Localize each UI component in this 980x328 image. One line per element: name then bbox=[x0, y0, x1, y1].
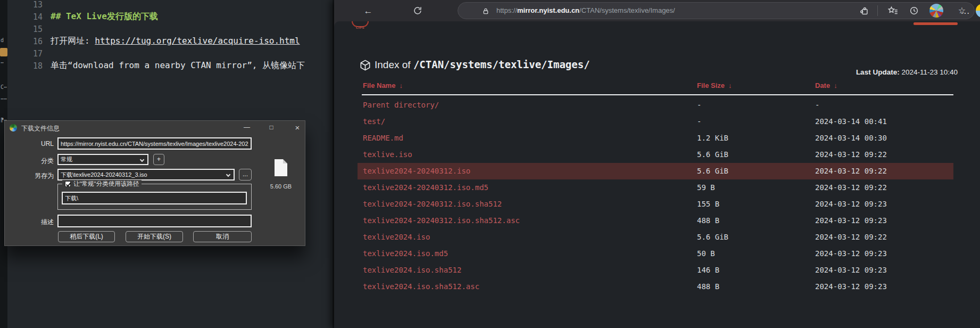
category-dropdown[interactable]: 常规 bbox=[57, 154, 148, 165]
column-header-file-name[interactable]: File Name↓ bbox=[363, 81, 403, 89]
file-table: Parent directory/ - - test/ - 2024-03-14… bbox=[358, 97, 953, 295]
file-date: 2024-03-12 09:22 bbox=[815, 183, 887, 192]
line-number: 17 bbox=[27, 49, 43, 59]
file-size: - bbox=[697, 101, 701, 109]
browser-window: ← https://mirror.nyist.edu.cn/CTAN/syste… bbox=[334, 0, 980, 328]
file-link[interactable]: texlive2024-20240312.iso.sha512.asc bbox=[363, 216, 520, 225]
use-path-label: 让"常规"分类使用该路径 bbox=[73, 180, 139, 188]
page-title: Index of /CTAN/systems/texlive/Images/ bbox=[375, 59, 590, 72]
description-field[interactable] bbox=[57, 215, 252, 227]
file-link[interactable]: Parent directory/ bbox=[363, 101, 439, 109]
file-size: 488 B bbox=[697, 282, 719, 291]
table-row: texlive2024.iso.sha512 146 B 2024-03-12 … bbox=[358, 262, 953, 278]
file-link[interactable]: texlive2024.iso.md5 bbox=[363, 249, 448, 258]
save-as-combo[interactable]: 下载\texlive2024-20240312_3.iso bbox=[57, 169, 235, 181]
category-label: 分类 bbox=[26, 157, 54, 166]
accent-bar bbox=[913, 22, 958, 25]
category-value: 常规 bbox=[61, 155, 72, 163]
category-path-field[interactable] bbox=[62, 192, 247, 204]
table-row: texlive2024.iso.md5 50 B 2024-03-12 09:2… bbox=[358, 245, 953, 262]
file-link[interactable]: texlive2024-20240312.iso.sha512 bbox=[363, 200, 502, 208]
back-arrow-icon: ← bbox=[364, 6, 373, 15]
sliver-highlight-block bbox=[0, 48, 7, 56]
start-download-button[interactable]: 开始下载(S) bbox=[126, 231, 183, 242]
file-date: 2024-03-12 09:23 bbox=[815, 200, 887, 208]
file-size: 59 B bbox=[697, 183, 715, 192]
file-date: 2024-03-12 09:22 bbox=[815, 150, 887, 159]
dialog-titlebar[interactable]: 下载文件信息 — □ × bbox=[5, 121, 305, 135]
favorites-star-icon bbox=[887, 5, 898, 16]
line-number: 18 bbox=[27, 61, 43, 71]
description-label: 描述 bbox=[26, 218, 54, 227]
url-scheme: https:// bbox=[496, 6, 517, 14]
cips-logo: CIPS bbox=[352, 21, 369, 27]
file-link[interactable]: test/ bbox=[363, 117, 385, 126]
last-update: Last Update: 2024-11-23 10:40 bbox=[856, 68, 958, 76]
column-header-date[interactable]: Date↓ bbox=[815, 81, 837, 89]
file-date: 2024-03-12 09:23 bbox=[815, 216, 887, 225]
use-path-option[interactable]: 让"常规"分类使用该路径 bbox=[62, 180, 142, 188]
editor-text: 单击“download from a nearby CTAN mirror”, … bbox=[51, 60, 305, 71]
maximize-button[interactable]: □ bbox=[265, 122, 277, 133]
puzzle-icon bbox=[860, 6, 869, 15]
download-later-button[interactable]: 稍后下载(L) bbox=[58, 231, 115, 242]
file-link[interactable]: texlive2024.iso.sha512.asc bbox=[363, 282, 479, 291]
extensions-button[interactable] bbox=[857, 3, 872, 18]
add-category-button[interactable]: + bbox=[153, 154, 164, 165]
file-link[interactable]: texlive2024-20240312.iso.md5 bbox=[363, 183, 488, 192]
file-doc-icon bbox=[275, 159, 287, 176]
title-path: /CTAN/systems/texlive/Images/ bbox=[413, 59, 590, 70]
profile-avatar[interactable] bbox=[929, 4, 943, 18]
file-size: 1.2 KiB bbox=[697, 134, 728, 142]
refresh-button[interactable] bbox=[410, 3, 425, 18]
dialog-title: 下载文件信息 bbox=[21, 124, 60, 133]
last-update-label: Last Update: bbox=[856, 68, 900, 76]
table-row: texlive2024.iso.sha512.asc 488 B 2024-03… bbox=[358, 278, 953, 295]
sliver-text: ⋯ bbox=[1, 60, 7, 65]
file-date: 2024-03-14 00:30 bbox=[815, 134, 887, 142]
file-size-text: 5.60 GB bbox=[259, 183, 303, 190]
file-size: 488 B bbox=[697, 216, 719, 225]
table-row: test/ - 2024-03-14 00:41 bbox=[358, 113, 953, 130]
editor-line: 13 bbox=[7, 0, 333, 11]
back-button[interactable]: ← bbox=[361, 3, 376, 18]
screen: d ⋯ C⋯ ⋯⋯ ⁋⋯ 13 14 ## TeX Live发行版的下载 15 … bbox=[0, 0, 980, 328]
cancel-button[interactable]: 取消 bbox=[193, 231, 252, 242]
close-button[interactable]: × bbox=[292, 122, 303, 133]
settings-more-button[interactable]: … bbox=[958, 3, 973, 18]
history-button[interactable] bbox=[907, 3, 921, 18]
file-link[interactable]: texlive2024.iso bbox=[363, 233, 430, 241]
file-link[interactable]: texlive2024-20240312.iso bbox=[363, 167, 470, 175]
editor-line: 14 ## TeX Live发行版的下载 bbox=[7, 11, 333, 23]
editor-link[interactable]: https://tug.org/texlive/acquire-iso.html bbox=[95, 36, 300, 46]
url-label: URL bbox=[26, 140, 54, 147]
line-number: 16 bbox=[27, 37, 43, 46]
table-row: texlive2024-20240312.iso 5.6 GiB 2024-03… bbox=[358, 163, 953, 179]
table-row: texlive2024.iso 5.6 GiB 2024-03-12 09:22 bbox=[358, 229, 953, 245]
file-link[interactable]: texlive.iso bbox=[363, 150, 412, 159]
column-header-file-size[interactable]: File Size↓ bbox=[697, 81, 732, 89]
table-row: Parent directory/ - - bbox=[358, 97, 953, 113]
table-row: README.md 1.2 KiB 2024-03-14 00:30 bbox=[358, 130, 953, 146]
favorites-button[interactable] bbox=[885, 3, 900, 18]
doc-fold-corner bbox=[283, 159, 287, 163]
sliver-text: d bbox=[1, 37, 7, 43]
toolbar-separator bbox=[877, 5, 878, 16]
file-date: 2024-03-12 09:22 bbox=[815, 167, 887, 175]
sort-arrow-icon: ↓ bbox=[399, 81, 403, 89]
file-size: 146 B bbox=[697, 266, 719, 274]
url-field[interactable] bbox=[57, 137, 252, 150]
table-separator bbox=[362, 94, 953, 95]
line-number: 13 bbox=[27, 0, 43, 10]
browse-button[interactable]: ... bbox=[239, 169, 252, 181]
last-update-value: 2024-11-23 10:40 bbox=[901, 68, 958, 76]
editor-line: 18 单击“download from a nearby CTAN mirror… bbox=[7, 60, 333, 72]
file-size: 5.6 GiB bbox=[697, 233, 728, 241]
file-link[interactable]: README.md bbox=[363, 134, 403, 142]
file-link[interactable]: texlive2024.iso.sha512 bbox=[363, 266, 461, 274]
refresh-icon bbox=[413, 6, 422, 15]
sliver-text: C⋯ bbox=[1, 84, 7, 90]
checkbox-checked-icon[interactable] bbox=[65, 181, 71, 187]
minimize-button[interactable]: — bbox=[241, 122, 253, 133]
text-prefix: 打开网址: bbox=[51, 36, 95, 46]
